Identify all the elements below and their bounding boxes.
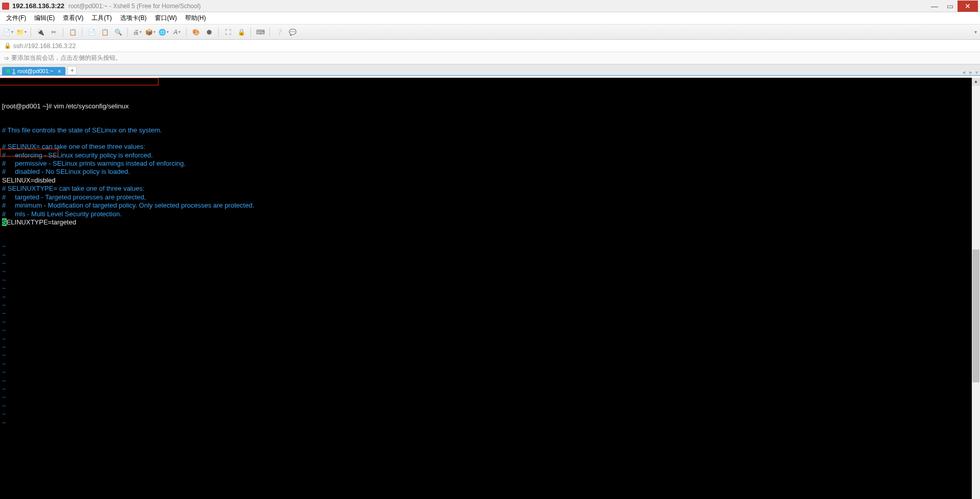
separator [127, 28, 128, 37]
cursor: S [2, 218, 7, 226]
comment-line: # This file controls the state of SELinu… [2, 126, 162, 134]
vim-tilde: ~ [2, 301, 6, 309]
separator [269, 28, 270, 37]
vim-tilde: ~ [2, 309, 6, 317]
disconnect-icon[interactable]: ✂ [49, 27, 59, 37]
comment-line: # enforcing - SELinux security policy is… [2, 151, 153, 159]
menu-tabs[interactable]: 选项卡(B) [118, 13, 149, 24]
highlight-box-1 [0, 78, 158, 85]
vim-tilde: ~ [2, 326, 6, 334]
config-line: ELINUXTYPE=targeted [7, 218, 76, 226]
tabstrip: 1 root@pd001:~ ✕ + ◄ ► ▾ [0, 64, 980, 76]
vim-tilde: ~ [2, 284, 6, 292]
comment-line: # disabled - No SELinux policy is loaded… [2, 168, 130, 175]
title-rest: root@pd001:~ - Xshell 5 (Free for Home/S… [69, 3, 201, 10]
menu-window[interactable]: 窗口(W) [153, 13, 179, 24]
vim-tilde: ~ [2, 410, 6, 418]
properties-icon[interactable]: 📋 [67, 27, 78, 37]
menu-view[interactable]: 查看(V) [61, 13, 85, 24]
paste-icon[interactable]: 📋 [100, 27, 110, 37]
highlight-icon[interactable]: ⬢ [204, 27, 214, 37]
comment-line: # mls - Multi Level Security protection. [2, 210, 122, 218]
title-ip: 192.168.136.3:22 [12, 2, 64, 10]
minimize-button[interactable]: — [927, 1, 942, 12]
tab-close-icon[interactable]: ✕ [57, 69, 61, 74]
vim-tilde: ~ [2, 351, 6, 359]
color-icon[interactable]: 🎨 [191, 27, 201, 37]
menu-help[interactable]: 帮助(H) [183, 13, 208, 24]
tab-prev-icon[interactable]: ◄ [961, 70, 966, 75]
transfer-icon[interactable]: 📦 [145, 27, 155, 37]
lock-icon[interactable]: 🔒 [236, 27, 246, 37]
vim-tilde: ~ [2, 368, 6, 376]
comment-line: # targeted - Targeted processes are prot… [2, 193, 146, 201]
font-icon[interactable]: A [172, 27, 182, 37]
toolbar-overflow[interactable]: ▾ [974, 29, 977, 35]
close-button[interactable]: ✕ [958, 1, 978, 12]
vim-tilde: ~ [2, 293, 6, 301]
copy-icon[interactable]: 📄 [86, 27, 97, 37]
lock-small-icon: 🔒 [4, 42, 11, 49]
separator [31, 28, 31, 37]
vim-tilde: ~ [2, 276, 6, 284]
vim-tilde: ~ [2, 343, 6, 351]
tabstrip-nav: ◄ ► ▾ [961, 70, 978, 75]
scroll-track[interactable] [972, 86, 980, 499]
tab-list-icon[interactable]: ▾ [975, 70, 978, 75]
vim-tilde: ~ [2, 318, 6, 326]
address-url[interactable]: ssh://192.168.136.3:22 [13, 42, 76, 50]
globe-icon[interactable]: 🌐 [158, 27, 169, 37]
fullscreen-icon[interactable]: ⛶ [223, 27, 233, 37]
vim-tilde: ~ [2, 360, 6, 368]
add-tab-button[interactable]: + [67, 66, 77, 75]
separator [186, 28, 187, 37]
addressbar: 🔒 ssh://192.168.136.3:22 [0, 40, 980, 52]
hint-arrow-icon[interactable]: ➩ [4, 55, 9, 62]
comment-line: # SELINUX= can take one of these three v… [2, 143, 145, 150]
separator [63, 28, 63, 37]
vim-tilde: ~ [2, 259, 6, 267]
vim-tilde: ~ [2, 402, 6, 410]
menu-edit[interactable]: 编辑(E) [32, 13, 57, 24]
vim-tilde: ~ [2, 335, 6, 343]
toolbar: 📄 📁 🔌 ✂ 📋 📄 📋 🔍 🖨 📦 🌐 A 🎨 ⬢ ⛶ 🔒 ⌨ ❔ 💬 ▾ [0, 25, 980, 40]
help-icon[interactable]: ❔ [274, 27, 284, 37]
vim-tilde: ~ [2, 242, 6, 250]
vim-tilde: ~ [2, 393, 6, 401]
find-icon[interactable]: 🔍 [113, 27, 123, 37]
vim-tilde: ~ [2, 251, 6, 259]
vim-tilde: ~ [2, 267, 6, 275]
scroll-up-icon[interactable]: ▲ [972, 78, 980, 86]
titlebar: 192.168.136.3:22 root@pd001:~ - Xshell 5… [0, 0, 980, 12]
reconnect-icon[interactable]: 🔌 [35, 27, 45, 37]
separator [218, 28, 219, 37]
app-icon [2, 3, 9, 10]
new-session-icon[interactable]: 📄 [3, 27, 13, 37]
chat-icon[interactable]: 💬 [287, 27, 298, 37]
scrollbar[interactable]: ▲ [972, 78, 980, 499]
separator [250, 28, 251, 37]
status-dot-icon [6, 69, 10, 73]
command: vim /etc/sysconfig/selinux [54, 102, 129, 110]
open-folder-icon[interactable]: 📁 [16, 27, 27, 37]
keyboard-icon[interactable]: ⌨ [255, 27, 265, 37]
menubar: 文件(F) 编辑(E) 查看(V) 工具(T) 选项卡(B) 窗口(W) 帮助(… [0, 12, 980, 25]
config-line: SELINUX=disbled [2, 176, 55, 184]
prompt: [root@pd001 ~]# [2, 102, 54, 110]
terminal[interactable]: [root@pd001 ~]# vim /etc/sysconfig/selin… [0, 78, 980, 499]
scroll-thumb[interactable] [972, 250, 979, 382]
comment-line: # SELINUXTYPE= can take one of three val… [2, 185, 145, 192]
menu-tools[interactable]: 工具(T) [89, 13, 113, 24]
maximize-button[interactable]: ▭ [942, 1, 958, 12]
print-icon[interactable]: 🖨 [132, 27, 142, 37]
session-tab[interactable]: 1 root@pd001:~ ✕ [2, 67, 65, 75]
vim-tilde: ~ [2, 377, 6, 384]
vim-tilde: ~ [2, 385, 6, 393]
tab-index: 1 [12, 68, 15, 74]
tab-next-icon[interactable]: ► [968, 70, 973, 75]
comment-line: # permissive - SELinux prints warnings i… [2, 160, 186, 167]
window-controls: — ▭ ✕ [927, 1, 978, 12]
menu-file[interactable]: 文件(F) [4, 13, 28, 24]
vim-tilde: ~ [2, 419, 6, 426]
separator [82, 28, 82, 37]
